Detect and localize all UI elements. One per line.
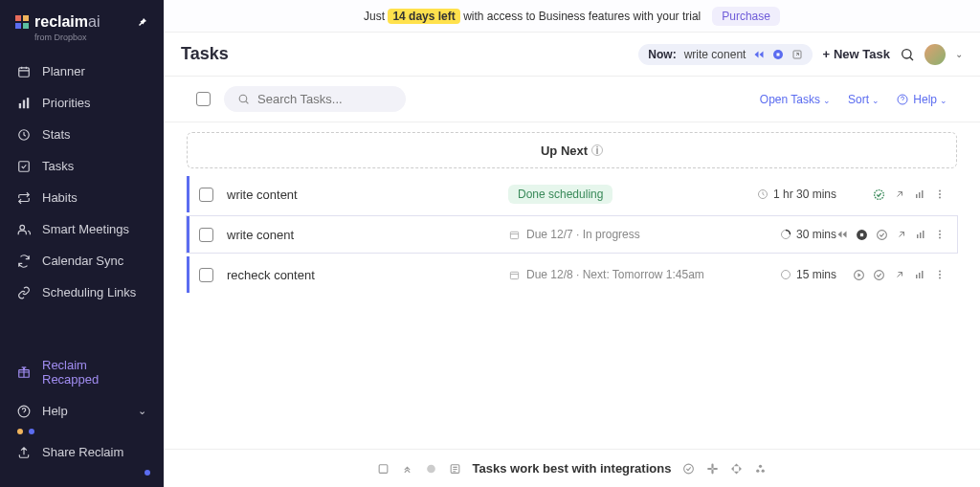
- pin-icon[interactable]: [137, 16, 148, 28]
- task-checkbox[interactable]: [199, 188, 213, 202]
- check-icon[interactable]: [873, 269, 885, 281]
- sort-dropdown[interactable]: Sort⌄: [848, 93, 880, 106]
- open-tasks-filter[interactable]: Open Tasks⌄: [760, 93, 831, 106]
- svg-point-17: [239, 95, 247, 102]
- bars-icon[interactable]: [913, 188, 925, 201]
- sidebar-item-smart-meetings[interactable]: Smart Meetings: [0, 213, 164, 245]
- arrow-up-right-icon[interactable]: [893, 188, 905, 201]
- sidebar-item-tasks[interactable]: Tasks: [0, 150, 164, 182]
- up-next-label: Up Next: [541, 144, 588, 158]
- sidebar-item-label: Share Reclaim: [42, 445, 123, 459]
- sidebar-item-calendar-sync[interactable]: Calendar Sync: [0, 245, 164, 277]
- search-box[interactable]: [224, 86, 406, 112]
- svg-point-58: [762, 469, 765, 472]
- now-label: Now:: [648, 48, 676, 61]
- bars-icon[interactable]: [915, 229, 926, 241]
- new-task-button[interactable]: + New Task: [822, 47, 890, 61]
- task-row[interactable]: write conentDue 12/7 · In progress30 min…: [187, 216, 957, 253]
- check-circle-icon[interactable]: [682, 462, 695, 475]
- svg-rect-32: [917, 234, 919, 238]
- svg-rect-9: [19, 161, 30, 171]
- check-icon[interactable]: [876, 229, 888, 241]
- notion-icon[interactable]: [377, 462, 390, 475]
- progress-icon: [780, 229, 792, 241]
- sidebar-item-habits[interactable]: Habits: [0, 182, 164, 213]
- svg-rect-33: [920, 232, 922, 238]
- arrow-up-right-icon[interactable]: [896, 229, 907, 241]
- plus-icon: +: [822, 47, 830, 61]
- sidebar-item-stats[interactable]: Stats: [0, 119, 164, 150]
- calendar-icon: [508, 269, 521, 281]
- info-icon[interactable]: i: [591, 144, 603, 156]
- task-title: write conent: [227, 228, 495, 242]
- svg-rect-2: [15, 23, 21, 29]
- brand-name: reclaimai: [34, 13, 100, 31]
- task-actions: [850, 188, 946, 201]
- up-next-drop-zone[interactable]: Up Next i: [187, 132, 957, 168]
- avatar[interactable]: [924, 44, 946, 65]
- svg-rect-3: [23, 23, 29, 29]
- play-icon[interactable]: [853, 269, 865, 281]
- svg-rect-22: [919, 192, 921, 198]
- sidebar-item-planner[interactable]: Planner: [0, 55, 164, 87]
- rewind-icon[interactable]: [836, 229, 848, 241]
- task-checkbox[interactable]: [199, 228, 213, 242]
- status-badge: Done scheduling: [508, 185, 612, 204]
- now-playing-pill[interactable]: Now: write conent: [638, 44, 813, 65]
- brand[interactable]: reclaimai: [0, 13, 164, 34]
- sidebar-item-recapped[interactable]: Reclaim Recapped: [0, 349, 164, 395]
- footer-text: Tasks work best with integrations: [473, 461, 672, 476]
- search-input[interactable]: [257, 92, 392, 106]
- sidebar-item-share[interactable]: Share Reclaim: [0, 436, 164, 468]
- linear-icon[interactable]: [425, 462, 437, 475]
- external-icon[interactable]: [791, 49, 803, 60]
- svg-rect-30: [860, 232, 863, 235]
- task-title: write content: [227, 188, 495, 202]
- svg-rect-54: [707, 467, 712, 469]
- sidebar-item-help[interactable]: Help ⌄: [0, 395, 164, 427]
- sidebar-item-label: Calendar Sync: [42, 254, 123, 268]
- bars-icon[interactable]: [913, 269, 925, 281]
- svg-point-35: [939, 231, 941, 232]
- sidebar-item-scheduling-links[interactable]: Scheduling Links: [0, 277, 164, 308]
- check-green-icon[interactable]: [873, 188, 885, 201]
- task-duration: 1 hr 30 mins: [750, 188, 836, 201]
- chevron-down-icon[interactable]: ⌄: [955, 49, 963, 59]
- asana-icon[interactable]: [754, 462, 767, 475]
- select-all-checkbox[interactable]: [196, 92, 211, 106]
- bars-icon: [17, 97, 31, 110]
- trial-banner: Just 14 days left with access to Busines…: [164, 0, 980, 33]
- stop-icon[interactable]: [856, 229, 868, 241]
- decorative-dots: [0, 427, 164, 436]
- dots-icon[interactable]: [934, 229, 946, 241]
- help-icon: [17, 405, 31, 418]
- task-list: write contentDone scheduling1 hr 30 mins…: [187, 176, 957, 293]
- slack-icon[interactable]: [706, 462, 719, 475]
- banner-prefix: Just: [364, 10, 385, 23]
- task-title: recheck content: [227, 268, 495, 282]
- stop-icon[interactable]: [772, 49, 784, 60]
- svg-point-57: [757, 469, 760, 472]
- search-icon[interactable]: [900, 47, 915, 62]
- purchase-button[interactable]: Purchase: [712, 7, 780, 26]
- jira-icon[interactable]: [730, 462, 743, 475]
- help-dropdown[interactable]: Help⌄: [897, 93, 947, 106]
- calendar-icon: [17, 65, 31, 78]
- sidebar-item-priorities[interactable]: Priorities: [0, 87, 164, 119]
- search-icon: [237, 93, 250, 105]
- task-row[interactable]: write contentDone scheduling1 hr 30 mins: [187, 176, 957, 212]
- task-checkbox[interactable]: [199, 268, 213, 282]
- svg-rect-55: [713, 467, 718, 469]
- link-icon: [17, 286, 31, 299]
- calendar-icon: [508, 229, 521, 241]
- dots-icon[interactable]: [933, 269, 946, 281]
- dots-icon[interactable]: [933, 188, 946, 201]
- svg-rect-4: [19, 67, 30, 76]
- todoist-icon[interactable]: [449, 462, 461, 475]
- clickup-icon[interactable]: [401, 462, 413, 475]
- task-row[interactable]: recheck contentDue 12/8 · Next: Tomorrow…: [187, 256, 957, 293]
- task-meta: Due 12/8 · Next: Tomorrow 1:45am: [526, 268, 704, 281]
- arrow-up-right-icon[interactable]: [893, 269, 905, 281]
- sidebar: reclaimai from Dropbox Planner Prioritie…: [0, 0, 164, 487]
- rewind-icon[interactable]: [753, 49, 765, 60]
